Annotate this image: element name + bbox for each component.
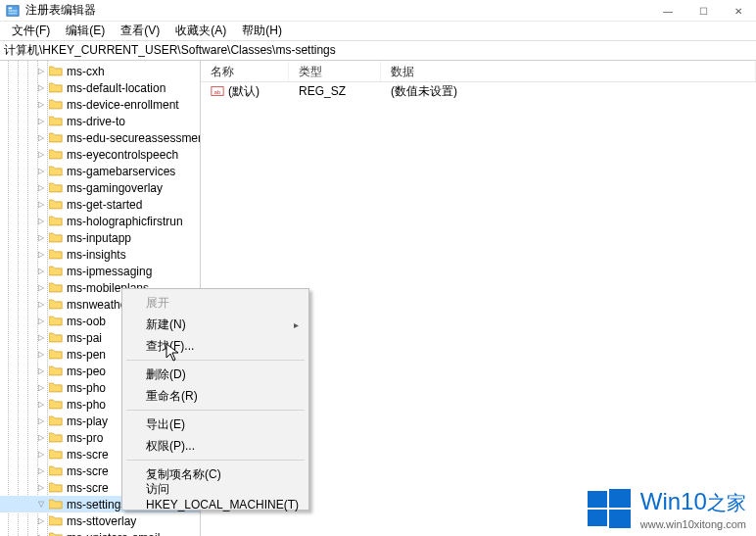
menu-edit[interactable]: 编辑(E) <box>58 21 113 41</box>
expand-icon[interactable]: ▷ <box>36 233 45 242</box>
close-button[interactable]: ✕ <box>721 0 756 22</box>
menu-file[interactable]: 文件(F) <box>4 21 58 41</box>
tree-item[interactable]: ▷ms-inputapp <box>0 229 200 246</box>
value-name: (默认) <box>228 83 260 100</box>
expand-icon[interactable]: ▷ <box>36 383 45 392</box>
submenu-arrow-icon: ▸ <box>294 319 299 330</box>
expand-icon[interactable]: ▷ <box>36 483 45 492</box>
tree-item-label: ms-pai <box>67 331 102 345</box>
tree-item-label: ms-pho <box>67 398 106 412</box>
folder-icon <box>49 365 63 376</box>
cm-permissions[interactable]: 权限(P)... <box>124 435 307 457</box>
tree-item-label: ms-drive-to <box>67 115 125 128</box>
tree-item[interactable]: ▷ms-device-enrollment <box>0 96 200 113</box>
tree-item-label: ms-eyecontrolspeech <box>67 148 178 162</box>
tree-item[interactable]: ▷ms-sttoverlay <box>0 512 200 529</box>
watermark-url: www.win10xitong.com <box>640 518 746 530</box>
tree-item-label: ms-ipmessaging <box>67 265 152 278</box>
col-data[interactable]: 数据 <box>381 61 756 81</box>
expand-icon[interactable]: ▷ <box>36 267 45 275</box>
tree-item[interactable]: ▷ms-default-location <box>0 79 200 96</box>
title-bar: 注册表编辑器 — ☐ ✕ <box>0 0 756 22</box>
tree-item[interactable]: ▷ms-gamingoverlay <box>0 179 200 196</box>
folder-icon <box>49 232 63 243</box>
expand-icon[interactable]: ▷ <box>36 333 45 342</box>
tree-item-label: ms-holographicfirstrun <box>67 215 183 228</box>
cm-rename[interactable]: 重命名(R) <box>124 385 307 407</box>
tree-item[interactable]: ▷ms-insights <box>0 246 200 263</box>
menu-view[interactable]: 查看(V) <box>113 21 167 41</box>
window-controls: — ☐ ✕ <box>650 0 756 22</box>
expand-icon[interactable]: ▷ <box>36 450 45 459</box>
expand-icon[interactable]: ▷ <box>36 300 45 309</box>
expand-icon[interactable]: ▷ <box>36 466 45 475</box>
expand-icon[interactable]: ▷ <box>36 200 45 209</box>
folder-icon <box>49 249 63 260</box>
svg-rect-9 <box>609 510 631 528</box>
tree-item[interactable]: ▷ms-cxh <box>0 63 200 79</box>
list-row[interactable]: ab (默认) REG_SZ (数值未设置) <box>201 82 756 100</box>
expand-icon[interactable]: ▷ <box>36 167 45 175</box>
tree-item-label: ms-peo <box>67 365 106 378</box>
tree-item-label: ms-pho <box>67 381 106 395</box>
tree-item-label: ms-scre <box>67 464 109 478</box>
tree-item[interactable]: ▷ms-ipmessaging <box>0 263 200 279</box>
maximize-button[interactable]: ☐ <box>685 0 721 22</box>
cm-goto-hklm[interactable]: 访问 HKEY_LOCAL_MACHINE(T) <box>124 485 307 507</box>
address-bar[interactable]: 计算机\HKEY_CURRENT_USER\Software\Classes\m… <box>0 41 756 61</box>
tree-item[interactable]: ▷ms-gamebarservices <box>0 163 200 179</box>
regedit-icon <box>6 4 20 18</box>
expand-icon[interactable]: ▷ <box>36 133 45 142</box>
expand-icon[interactable]: ▷ <box>36 83 45 92</box>
cm-export[interactable]: 导出(E) <box>124 414 307 435</box>
value-type: REG_SZ <box>289 84 381 98</box>
col-type[interactable]: 类型 <box>289 61 381 81</box>
tree-item-label: ms-default-location <box>67 81 165 95</box>
tree-item[interactable]: ▷ms-unistore-email <box>0 529 200 536</box>
expand-icon[interactable]: ▷ <box>36 350 45 359</box>
tree-item-label: ms-scre <box>67 481 109 495</box>
string-value-icon: ab <box>211 84 224 98</box>
expand-icon[interactable]: ▷ <box>36 283 45 292</box>
tree-item-label: ms-get-started <box>67 198 142 212</box>
expand-icon[interactable]: ▷ <box>36 433 45 442</box>
expand-icon[interactable]: ▷ <box>36 150 45 159</box>
menu-favorites[interactable]: 收藏夹(A) <box>167 21 234 41</box>
expand-icon[interactable]: ▽ <box>36 500 45 509</box>
tree-item[interactable]: ▷ms-drive-to <box>0 113 200 129</box>
menu-bar: 文件(F) 编辑(E) 查看(V) 收藏夹(A) 帮助(H) <box>0 22 756 41</box>
folder-icon <box>49 316 63 326</box>
tree-item[interactable]: ▷ms-eyecontrolspeech <box>0 146 200 163</box>
expand-icon[interactable]: ▷ <box>36 250 45 259</box>
tree-item-label: ms-edu-secureassessment <box>67 131 201 145</box>
tree-item[interactable]: ▷ms-holographicfirstrun <box>0 213 200 229</box>
expand-icon[interactable]: ▷ <box>36 400 45 409</box>
expand-icon[interactable]: ▷ <box>36 416 45 425</box>
tree-item-label: ms-gamingoverlay <box>67 181 163 195</box>
expand-icon[interactable]: ▷ <box>36 117 45 125</box>
list-header[interactable]: 名称 类型 数据 <box>201 61 756 82</box>
tree-item[interactable]: ▷ms-edu-secureassessment <box>0 129 200 146</box>
expand-icon[interactable]: ▷ <box>36 183 45 192</box>
folder-icon <box>49 299 63 310</box>
menu-help[interactable]: 帮助(H) <box>234 21 290 41</box>
folder-icon <box>49 182 63 193</box>
cm-new[interactable]: 新建(N) ▸ <box>124 314 307 335</box>
expand-icon[interactable]: ▷ <box>36 317 45 325</box>
expand-icon[interactable]: ▷ <box>36 217 45 225</box>
tree-item-label: ms-gamebarservices <box>67 165 175 178</box>
col-name[interactable]: 名称 <box>201 61 289 81</box>
expand-icon[interactable]: ▷ <box>36 67 45 75</box>
minimize-button[interactable]: — <box>650 0 685 22</box>
folder-icon <box>49 116 63 126</box>
tree-item-label: ms-oob <box>67 315 106 328</box>
cm-find[interactable]: 查找(F)... <box>124 335 307 357</box>
expand-icon[interactable]: ▷ <box>36 100 45 109</box>
cm-delete[interactable]: 删除(D) <box>124 364 307 385</box>
folder-icon <box>49 382 63 393</box>
folder-icon <box>49 465 63 476</box>
expand-icon[interactable]: ▷ <box>36 366 45 375</box>
tree-item[interactable]: ▷ms-get-started <box>0 196 200 213</box>
tree-item-label: ms-pen <box>67 348 106 362</box>
expand-icon[interactable]: ▷ <box>36 516 45 525</box>
